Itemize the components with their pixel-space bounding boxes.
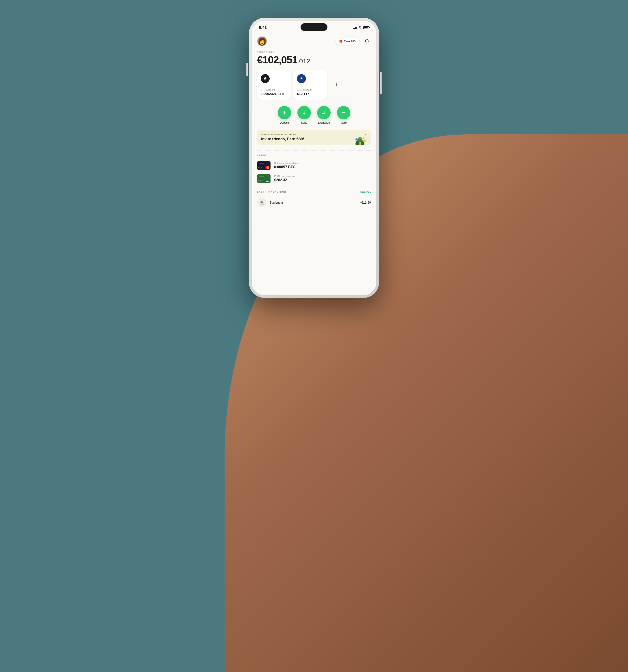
more-label: More bbox=[341, 121, 347, 124]
universal-card-type: Universal card balance bbox=[274, 162, 371, 165]
more-button[interactable]: More bbox=[337, 106, 350, 124]
signal-bar-4 bbox=[356, 27, 357, 29]
plus-icon: + bbox=[332, 81, 341, 89]
eth-icon bbox=[261, 74, 270, 83]
eur-account-name: EUR account bbox=[297, 89, 323, 91]
signal-bar-2 bbox=[354, 28, 355, 29]
universal-card-thumbnail: ● nebeus 5345 bbox=[257, 161, 271, 170]
earn-button[interactable]: 🎁 Earn €80! bbox=[335, 38, 360, 45]
svg-point-5 bbox=[358, 137, 362, 139]
action-buttons: Deposit Send bbox=[252, 106, 376, 130]
iban-card-thumbnail: ● nebeus 5722 VISA bbox=[257, 174, 271, 183]
svg-point-1 bbox=[343, 112, 344, 113]
earn-button-label: Earn €80! bbox=[344, 40, 356, 43]
universal-card-item[interactable]: ● nebeus 5345 Universal card balance 0.0… bbox=[252, 159, 376, 172]
assets-section: YOUR ASSETS €102,051.012 bbox=[252, 49, 376, 70]
avatar[interactable] bbox=[257, 36, 267, 46]
app-header: 🎁 Earn €80! bbox=[252, 33, 376, 49]
starbucks-name: Starbucks bbox=[270, 201, 357, 204]
exchange-label: Exchange bbox=[318, 121, 330, 124]
send-button[interactable]: Send bbox=[297, 106, 311, 124]
eur-account-card[interactable]: ★ EUR account €12.117 bbox=[294, 70, 327, 100]
deposit-button[interactable]: Deposit bbox=[278, 106, 291, 124]
money-bag-illustration: $ bbox=[350, 131, 368, 145]
battery-icon bbox=[363, 26, 369, 29]
assets-amount: €102,051.012 bbox=[257, 54, 371, 66]
add-account-button[interactable]: + bbox=[330, 70, 343, 100]
eth-account-card[interactable]: ETH account 0.0002321 ETH bbox=[257, 70, 291, 100]
eth-account-balance: 0.0002321 ETH bbox=[261, 92, 287, 96]
svg-point-7 bbox=[363, 140, 366, 142]
cards-label: CARDS bbox=[257, 154, 267, 157]
battery-fill bbox=[364, 27, 368, 28]
cards-header: CARDS bbox=[252, 150, 376, 159]
status-icons bbox=[353, 26, 369, 29]
iban-card-info: IBAN card balance €202.32 bbox=[274, 175, 371, 182]
nebeus-label-dark: ● nebeus bbox=[258, 162, 264, 164]
more-icon bbox=[337, 106, 350, 119]
signal-bar-3 bbox=[355, 27, 356, 29]
iban-card-item[interactable]: ● nebeus 5722 VISA IBAN card balance €20… bbox=[252, 172, 376, 185]
status-time: 9:41 bbox=[259, 25, 267, 30]
exchange-icon bbox=[317, 106, 331, 119]
transactions-header: LAST TRANSACTIONS SEE ALL bbox=[252, 187, 376, 196]
deposit-label: Deposit bbox=[280, 121, 289, 124]
svg-point-8 bbox=[363, 137, 364, 139]
header-right: 🎁 Earn €80! bbox=[335, 37, 371, 45]
universal-card-balance: 0.00057 BTC bbox=[274, 165, 371, 169]
assets-label: YOUR ASSETS bbox=[257, 51, 371, 53]
nebeus-label-green: ● nebeus bbox=[258, 175, 264, 177]
visa-logo: VISA bbox=[266, 180, 269, 182]
referral-banner: NEBEUS REFERRAL PROGRAM Invite friends, … bbox=[257, 130, 371, 145]
gift-icon: 🎁 bbox=[339, 40, 343, 43]
send-label: Send bbox=[301, 121, 307, 124]
universal-card-info: Universal card balance 0.00057 BTC bbox=[274, 162, 371, 169]
see-all-button[interactable]: SEE ALL bbox=[360, 190, 371, 193]
phone-screen: 9:41 bbox=[252, 21, 376, 295]
exchange-button[interactable]: Exchange bbox=[317, 106, 331, 124]
starbucks-icon: ☕ bbox=[257, 198, 266, 207]
iban-card-type: IBAN card balance bbox=[274, 175, 371, 177]
starbucks-transaction[interactable]: ☕ Starbucks -€11.99 bbox=[252, 196, 376, 210]
assets-amount-main: €102,051 bbox=[257, 54, 297, 66]
scene: 9:41 bbox=[0, 0, 628, 672]
status-bar: 9:41 bbox=[252, 21, 376, 33]
eth-account-name: ETH account bbox=[261, 89, 287, 91]
phone-frame: 9:41 bbox=[249, 18, 379, 298]
svg-point-0 bbox=[342, 112, 343, 113]
svg-point-2 bbox=[344, 112, 345, 113]
signal-bar-1 bbox=[353, 28, 354, 29]
iban-card-balance: €202.32 bbox=[274, 178, 371, 182]
phone-wrapper: 9:41 bbox=[249, 18, 379, 298]
accounts-row: ETH account 0.0002321 ETH ★ EUR account … bbox=[252, 70, 376, 100]
transactions-label: LAST TRANSACTIONS bbox=[257, 190, 287, 193]
svg-point-9 bbox=[355, 138, 358, 140]
deposit-icon bbox=[278, 106, 291, 119]
bell-icon[interactable] bbox=[363, 37, 371, 45]
app-content: 🎁 Earn €80! bbox=[252, 33, 376, 295]
mastercard-logo bbox=[265, 166, 269, 169]
eur-account-balance: €12.117 bbox=[297, 92, 323, 96]
card-number-green: 5722 bbox=[258, 180, 262, 182]
starbucks-amount: -€11.99 bbox=[360, 201, 371, 204]
wifi-icon bbox=[358, 26, 362, 29]
signal-bars-icon bbox=[353, 26, 357, 29]
svg-text:$: $ bbox=[359, 141, 361, 145]
send-icon bbox=[297, 106, 311, 119]
avatar-image bbox=[257, 37, 266, 46]
assets-amount-decimal: .012 bbox=[297, 57, 310, 65]
eur-icon: ★ bbox=[297, 74, 306, 83]
card-number-dark: 5345 bbox=[258, 167, 262, 169]
starbucks-info: Starbucks bbox=[270, 201, 357, 204]
